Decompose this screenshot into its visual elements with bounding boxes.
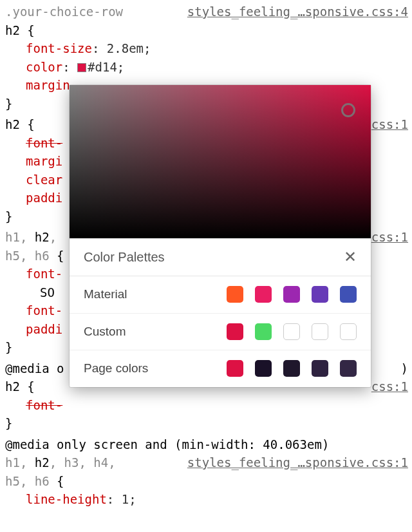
css-property[interactable]: paddi: [26, 322, 62, 336]
source-link[interactable]: css:1: [371, 228, 408, 247]
palette-name: Page colors: [84, 359, 148, 378]
media-query: @media only screen and (min-width: 40.06…: [0, 435, 412, 454]
palette-swatch-empty[interactable]: [312, 323, 328, 340]
css-property[interactable]: color: [26, 60, 62, 74]
palette-swatch[interactable]: [255, 286, 272, 303]
palette-swatch[interactable]: [255, 323, 272, 340]
css-property[interactable]: font-: [26, 136, 62, 150]
palette-swatch[interactable]: [283, 286, 300, 303]
css-property[interactable]: paddi: [26, 191, 62, 205]
palette-swatch-empty[interactable]: [283, 323, 300, 340]
palettes-title: Color Palettes: [84, 247, 165, 267]
css-selector-cont[interactable]: h5, h6 {: [0, 472, 412, 491]
css-selector[interactable]: h2 {: [5, 115, 35, 134]
css-property[interactable]: margi: [26, 154, 62, 168]
palette-swatch[interactable]: [340, 360, 357, 377]
brace-close: }: [0, 414, 412, 433]
palette-name: Custom: [84, 323, 126, 341]
palette-swatch[interactable]: [227, 360, 243, 377]
css-selector[interactable]: h2 {: [5, 377, 35, 396]
palette-row: Page colors: [70, 350, 371, 387]
css-value[interactable]: 2.8em: [107, 41, 144, 55]
css-property[interactable]: font-: [26, 398, 62, 412]
palette-swatch[interactable]: [227, 286, 243, 303]
css-selector[interactable]: h1, h2, h3, h4,: [5, 453, 116, 472]
color-picker-popover: Color Palettes ✕ Material Custom Page co…: [70, 85, 371, 387]
palette-swatch[interactable]: [312, 360, 328, 377]
css-selector-cont[interactable]: h2 {: [0, 21, 412, 40]
css-property[interactable]: margin: [26, 78, 70, 92]
css-property[interactable]: clear: [26, 173, 62, 187]
source-link[interactable]: styles_feeling_…sponsive.css:1: [187, 453, 408, 472]
css-property[interactable]: line-height: [26, 492, 107, 506]
source-link[interactable]: css:1: [371, 115, 408, 134]
palette-swatch[interactable]: [312, 286, 328, 303]
source-link[interactable]: styles_feeling_…sponsive.css:4: [187, 3, 408, 21]
color-swatch[interactable]: [77, 63, 86, 72]
close-icon[interactable]: ✕: [344, 249, 357, 265]
css-value[interactable]: 1: [122, 492, 129, 506]
color-spectrum[interactable]: [70, 85, 371, 238]
css-selector[interactable]: .your-choice-row: [5, 3, 123, 21]
spectrum-cursor[interactable]: [341, 103, 355, 117]
palette-name: Material: [84, 285, 127, 304]
palette-swatch[interactable]: [255, 360, 272, 377]
css-property[interactable]: font-: [26, 267, 62, 281]
palette-swatch[interactable]: [340, 286, 357, 303]
css-selector[interactable]: h1, h2,: [5, 228, 57, 247]
media-query: @media o: [5, 359, 64, 378]
css-property[interactable]: font-: [26, 303, 62, 318]
css-value[interactable]: #d14: [88, 60, 117, 74]
palette-swatch[interactable]: [283, 360, 300, 377]
palette-swatch[interactable]: [227, 323, 243, 340]
palette-row: Material: [70, 276, 371, 314]
css-property[interactable]: font-size: [26, 41, 92, 55]
source-link[interactable]: css:1: [371, 377, 408, 396]
palette-swatch-empty[interactable]: [340, 323, 357, 340]
palette-row: Custom: [70, 314, 371, 351]
